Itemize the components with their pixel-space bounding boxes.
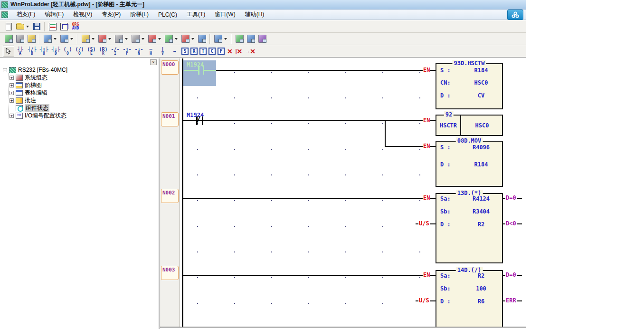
project-window-button[interactable] xyxy=(42,34,53,44)
statement-list-button[interactable] xyxy=(163,34,174,44)
function-block-hsctw[interactable]: 93D.HSCTW S :R184 CN:HSC0 D :CV xyxy=(436,63,503,109)
title-bar[interactable]: WinProLadder [轻工机械.pdw] - [阶梯图 - 主单元一] xyxy=(0,0,526,10)
tool-pulse-n[interactable]: -↓-N xyxy=(133,46,144,57)
block-cell[interactable]: HSCTR xyxy=(436,116,461,135)
select-cursor-button[interactable] xyxy=(3,46,14,57)
field-value[interactable]: HSC0 xyxy=(460,79,502,86)
block-cell[interactable]: HSC0 xyxy=(462,116,502,135)
tree-item-io-config[interactable]: + I/O I/O编号配置状态 xyxy=(3,112,159,119)
field-value[interactable]: R2 xyxy=(460,272,502,279)
tree-item-label[interactable]: 表格编辑 xyxy=(25,89,47,97)
tool-step-r[interactable]: R xyxy=(190,48,198,55)
tool-arrow[interactable]: → xyxy=(169,46,180,57)
ic-chip-button[interactable] xyxy=(15,34,25,44)
field-value[interactable]: R3404 xyxy=(460,208,502,215)
tree-item-label-selected[interactable]: 组件状态 xyxy=(25,104,49,112)
tree-item-component-status[interactable]: 组件状态 xyxy=(3,104,159,112)
tool-hline[interactable]: —H xyxy=(145,46,156,57)
expand-box-icon[interactable]: + xyxy=(9,91,14,95)
tool-coil-reset[interactable]: (R)R xyxy=(98,46,109,57)
menu-edit[interactable]: 编辑(E) xyxy=(40,10,68,19)
field-value[interactable]: 100 xyxy=(460,285,502,292)
component-comment-dropdown[interactable] xyxy=(191,38,194,40)
function-block-multiply[interactable]: 13D.(*) Sa:R4124 Sb:R3404 D :R2 xyxy=(436,193,503,263)
tree-item-label[interactable]: 系统组态 xyxy=(25,74,47,82)
tree-root-rs232[interactable]: - RS232 [FBs-40MC] xyxy=(3,66,159,74)
ladder-query-button[interactable] xyxy=(246,34,256,44)
tree-item-ladder-diagram[interactable]: + 阶梯图 xyxy=(3,81,159,89)
delete-vline-button[interactable]: |✕ xyxy=(236,48,243,55)
save-button[interactable] xyxy=(31,21,42,32)
tool-coil-neg[interactable]: (/)Q xyxy=(74,46,85,57)
field-value[interactable]: R184 xyxy=(460,161,502,168)
open-file-button[interactable] xyxy=(15,21,25,32)
statement-list-dropdown[interactable] xyxy=(175,38,178,40)
ladder-network-dropdown[interactable] xyxy=(70,38,73,40)
status-monitor-dropdown[interactable] xyxy=(108,38,111,40)
field-value[interactable]: R4124 xyxy=(460,195,502,202)
monitor-online-button[interactable] xyxy=(3,34,14,44)
function-block-hsctr[interactable]: 92 HSCTR HSC0 xyxy=(436,115,503,136)
network-label-n002[interactable]: N002 xyxy=(161,189,179,203)
motor-run-dropdown[interactable] xyxy=(142,38,144,40)
menu-tool[interactable]: 工具(T) xyxy=(182,10,210,19)
field-value[interactable]: CV xyxy=(460,92,502,99)
motor-config-button[interactable] xyxy=(114,34,124,44)
org-and-button[interactable]: ORG AND xyxy=(70,21,81,32)
field-value[interactable]: R2 xyxy=(460,221,502,228)
register-book-button[interactable] xyxy=(26,34,37,44)
preview-button[interactable] xyxy=(213,34,223,44)
motor-run-button[interactable] xyxy=(130,34,141,44)
network-label-n003[interactable]: N003 xyxy=(161,266,179,280)
field-value[interactable]: R6 xyxy=(460,298,502,305)
delete-row-button[interactable]: →✕ xyxy=(245,48,256,55)
delete-element-button[interactable]: ✕ xyxy=(227,48,233,55)
ladder-window-button[interactable] xyxy=(59,21,69,32)
menu-help[interactable]: 辅助(H) xyxy=(240,10,269,19)
ladder-network-button[interactable] xyxy=(59,34,69,44)
tool-contact-rising[interactable]: ┤↑├U xyxy=(38,46,49,57)
tool-contact-falling[interactable]: ┤↓├D xyxy=(50,46,61,57)
new-file-button[interactable] xyxy=(3,21,14,32)
document-icon[interactable] xyxy=(1,11,8,18)
preview-dropdown[interactable] xyxy=(224,38,227,40)
table-key-button[interactable] xyxy=(197,34,207,44)
component-name-dropdown[interactable] xyxy=(158,38,161,40)
tree-item-comment[interactable]: + 批注 xyxy=(3,97,159,104)
contact-query-button[interactable] xyxy=(257,34,267,44)
tree-item-label[interactable]: I/O编号配置状态 xyxy=(25,112,66,120)
expand-box-icon[interactable]: + xyxy=(9,114,14,118)
edit-component-dropdown[interactable] xyxy=(92,38,95,40)
menu-plc[interactable]: PLC(C) xyxy=(153,10,182,19)
open-dropdown-arrow[interactable] xyxy=(26,26,29,28)
function-block-mov[interactable]: 08D.MOV S :R4096 D :R184 xyxy=(436,141,503,187)
menu-file[interactable]: 档案(F) xyxy=(12,10,40,19)
expand-box-icon[interactable]: + xyxy=(9,83,14,87)
tree-item-table-edit[interactable]: + 表格编辑 xyxy=(3,89,159,97)
network-label-n001[interactable]: N001 xyxy=(161,112,179,126)
function-block-divide[interactable]: 14D.(/) Sa:R2 Sb:100 D :R6 xyxy=(436,270,503,327)
tool-coil-out[interactable]: ( )O xyxy=(62,46,73,57)
field-value[interactable]: R4096 xyxy=(460,144,502,151)
menu-project[interactable]: 专案(P) xyxy=(97,10,125,19)
tool-pulse-p[interactable]: -↑-P xyxy=(122,46,133,57)
tool-vline[interactable]: |V xyxy=(157,46,168,57)
status-query-button[interactable] xyxy=(234,34,245,44)
field-value[interactable]: R184 xyxy=(460,67,502,74)
menu-view[interactable]: 检视(V) xyxy=(68,10,97,19)
tree-item-label[interactable]: 批注 xyxy=(25,97,36,105)
expand-box-icon[interactable]: + xyxy=(9,98,14,103)
tool-counter-c[interactable]: C xyxy=(208,48,216,55)
tool-inverse[interactable]: -/-I xyxy=(110,46,121,57)
tool-function-f[interactable]: F xyxy=(218,48,225,55)
tool-timer-t[interactable]: T xyxy=(199,48,207,55)
motor-config-dropdown[interactable] xyxy=(125,38,128,40)
tree-item-label[interactable]: 阶梯图 xyxy=(25,81,42,89)
tree-root-label[interactable]: RS232 [FBs-40MC] xyxy=(18,67,67,73)
menu-window[interactable]: 窗口(W) xyxy=(210,10,240,19)
component-name-button[interactable] xyxy=(147,34,157,44)
contact-label[interactable]: M1924 xyxy=(187,61,204,68)
network-label-n000[interactable]: N000 xyxy=(161,60,179,75)
menu-ladder[interactable]: 阶梯(L) xyxy=(125,10,153,19)
tree-item-system-config[interactable]: + 系统组态 xyxy=(3,74,159,81)
